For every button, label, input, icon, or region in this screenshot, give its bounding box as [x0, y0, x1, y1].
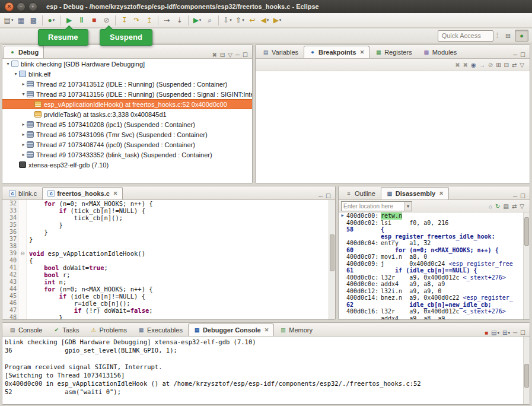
disasm-line[interactable]: 400d0c14:bnez.n a9, 0x400d0c22 <esp_regi… [339, 294, 530, 302]
sync-selection-button[interactable]: ⇄ [512, 203, 517, 210]
remove-breakpoint-button[interactable]: ✖ [455, 62, 460, 68]
maximize-button[interactable]: ☐ [520, 193, 525, 199]
location-combo[interactable]: Enter location here ▾ [341, 201, 412, 211]
remove-all-breakpoints-button[interactable]: ✖ [463, 62, 468, 68]
tree-item[interactable]: ▾blink.elf [2, 69, 252, 79]
expander-closed-icon[interactable]: ▸ [20, 122, 27, 127]
tab-executables[interactable]: ▦Executables [132, 323, 188, 336]
maximize-button[interactable]: ☐ [520, 52, 525, 58]
back-button[interactable]: ◀▾ [259, 14, 271, 27]
minimize-button[interactable]: ─ [513, 52, 517, 58]
remove-terminated-button[interactable]: ✖ [212, 52, 216, 58]
tab-disassembly[interactable]: ▥Disassembly✕ [381, 187, 449, 199]
show-source-button[interactable]: ▤ [503, 203, 508, 210]
debug-config-button[interactable]: ●▾ [45, 14, 58, 27]
next-annotation-button[interactable]: ⇩▾ [221, 14, 234, 27]
disasm-line[interactable]: 400d0c04:entry a1, 32 [339, 240, 530, 247]
tab-problems[interactable]: ⚠Problems [84, 323, 132, 336]
expand-all-button[interactable]: ⊞ [496, 62, 501, 68]
suspend-button[interactable]: ‖ [75, 14, 88, 27]
code-editor[interactable]: 32 for (n=0; n<MAX_HOOKS; n++) {33 if (t… [2, 200, 335, 319]
tree-item[interactable]: ▸Thread #5 1073410208 (ipc1) (Suspended … [2, 119, 252, 129]
new-button[interactable]: ▤▾ [2, 14, 15, 27]
close-tab-icon[interactable]: ✕ [439, 191, 444, 196]
expander-open-icon[interactable]: ▾ [5, 61, 11, 66]
breakpoints-list[interactable] [256, 71, 530, 183]
minimize-button[interactable]: ─ [513, 193, 517, 199]
go-to-file-button[interactable]: → [479, 62, 485, 68]
expander-open-icon[interactable]: ▾ [12, 71, 19, 77]
disasm-line[interactable]: 400d0c02:lsi f0, a0, 216 [339, 220, 530, 227]
home-button[interactable]: ⌂ [489, 203, 492, 210]
skip-all-breakpoints-button[interactable]: ⊘ [488, 62, 493, 68]
step-return-button[interactable]: ↥ [143, 14, 155, 27]
debug-tree[interactable]: ▾blink checking [GDB Hardware Debugging]… [2, 59, 252, 183]
editor-scrollbar[interactable] [329, 200, 335, 319]
last-edit-location-button[interactable]: ↩ [246, 14, 259, 27]
window-maximize-button[interactable]: + [28, 2, 37, 11]
disasm-line[interactable]: 400d0c07:movi.n a8, 0 [339, 253, 530, 261]
console-scrollbar-thumb[interactable] [524, 364, 529, 388]
disasm-line[interactable]: 400d0c16:l32r a9, 0x400d012c <_stext+276… [339, 308, 530, 315]
step-over-button[interactable]: ↷ [130, 14, 143, 27]
resume-button[interactable]: ▶ [63, 14, 75, 27]
close-tab-icon[interactable]: ✕ [113, 191, 118, 196]
forward-button[interactable]: ▶▾ [271, 14, 283, 27]
expander-closed-icon[interactable]: ▸ [20, 81, 27, 87]
tree-item[interactable]: ▸Thread #2 1073413512 (IDLE : Running) (… [2, 79, 252, 89]
display-selected-console-button[interactable]: ▤▾ [491, 329, 499, 336]
console-content[interactable]: blink checking [GDB Hardware Debugging] … [2, 337, 530, 404]
combo-dropdown-icon[interactable]: ▾ [404, 202, 412, 211]
drop-to-frame-button[interactable]: ⇣ [173, 14, 186, 27]
tab-outline[interactable]: ≡Outline [340, 187, 381, 199]
tab-tasks[interactable]: ✔Tasks [47, 323, 84, 336]
window-close-button[interactable]: ✕ [5, 2, 14, 11]
disasm-line[interactable]: 400d0c0e:addx4 a9, a8, a9 [339, 281, 530, 288]
tab-debug[interactable]: ●Debug [4, 46, 44, 58]
disconnect-button[interactable]: ⊘ [100, 14, 113, 27]
step-into-button[interactable]: ↧ [118, 14, 130, 27]
terminate-button[interactable]: ■ [88, 14, 100, 27]
search-button[interactable]: ⌕ [203, 14, 216, 27]
disasm-line[interactable]: 61 if (idle_cb[n]==NULL) { [339, 267, 530, 274]
view-menu-button[interactable]: ▽ [520, 62, 524, 68]
instruction-stepping-button[interactable]: ⇢ [161, 14, 173, 27]
save-all-button[interactable]: ▩ [27, 14, 40, 27]
minimize-button[interactable]: ─ [318, 193, 323, 199]
debug-perspective-button[interactable]: ● [515, 30, 528, 42]
tree-item[interactable]: ▸Thread #6 1073431096 (Tmr Svc) (Suspend… [2, 129, 252, 139]
minimize-button[interactable]: ─ [235, 52, 240, 58]
tab-registers[interactable]: ▦Registers [369, 46, 417, 58]
disasm-line[interactable]: addx4 a9, a8, a9 [339, 315, 530, 320]
previous-annotation-button[interactable]: ⇧▾ [234, 14, 246, 27]
expander-closed-icon[interactable]: ▸ [20, 132, 27, 137]
disasm-line[interactable]: 400d0c09:j 0x400d0c24 <esp_register_free [339, 261, 530, 268]
tree-item[interactable]: xtensa-esp32-elf-gdb (7.10) [2, 160, 252, 170]
tab-memory[interactable]: ▥Memory [274, 323, 318, 336]
close-tab-icon[interactable]: ✕ [360, 49, 365, 55]
disasm-line[interactable]: 58{ [339, 226, 530, 233]
tree-item[interactable]: ▸Thread #9 1073433352 (blink_task) (Susp… [2, 150, 252, 160]
console-scrollbar[interactable] [523, 337, 530, 404]
tab-blink-c[interactable]: blink.c [4, 187, 42, 199]
disasm-line[interactable]: ▶400d0c00:retw.n [339, 212, 530, 220]
maximize-button[interactable]: ☐ [520, 329, 525, 336]
editor-scrollbar-thumb[interactable] [330, 234, 335, 271]
disasm-line[interactable]: 60 for (n=0; n<MAX_HOOKS; n++) { [339, 247, 530, 254]
maximize-button[interactable]: ☐ [326, 193, 331, 199]
close-tab-icon[interactable]: ✕ [265, 327, 269, 333]
disassembly-scrollbar-thumb[interactable] [524, 217, 529, 246]
tab-freertos-hooks-c[interactable]: freertos_hooks.c✕ [42, 187, 123, 199]
terminate-button[interactable]: ■ [485, 329, 488, 336]
expander-closed-icon[interactable]: ▸ [20, 142, 27, 147]
open-console-button[interactable]: ⊞▾ [502, 329, 510, 336]
disasm-line[interactable]: 400d0c12:l32i.n a9, a9, 0 [339, 288, 530, 295]
maximize-button[interactable]: ☐ [243, 52, 248, 58]
location-input[interactable]: Enter location here [342, 203, 404, 210]
run-config-button[interactable]: ▶▾ [191, 14, 203, 27]
expander-open-icon[interactable]: ▾ [20, 91, 27, 97]
save-button[interactable]: ▦ [15, 14, 27, 27]
expander-closed-icon[interactable]: ▸ [20, 152, 27, 157]
tab-breakpoints[interactable]: ●Breakpoints✕ [304, 46, 369, 58]
minimize-button[interactable]: ─ [513, 329, 517, 336]
